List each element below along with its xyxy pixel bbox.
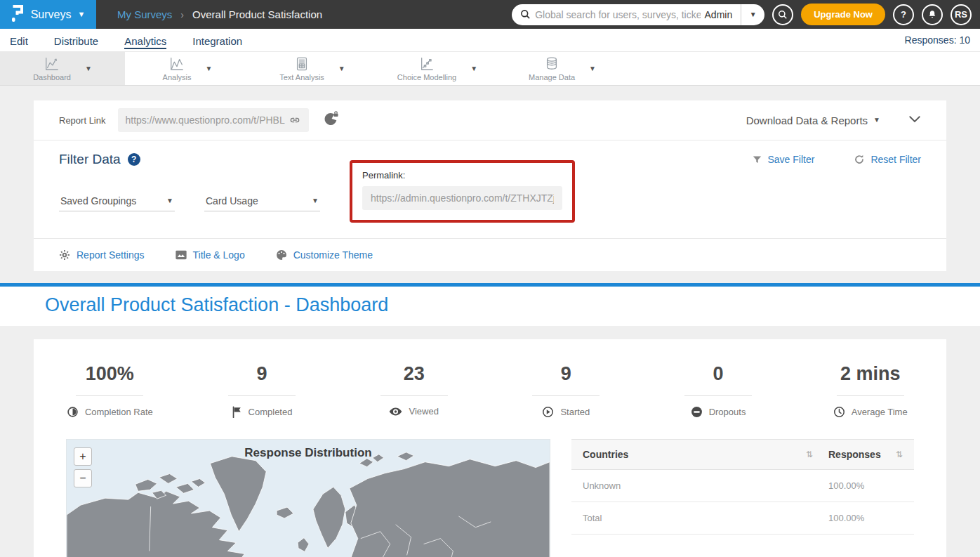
tab-edit[interactable]: Edit (10, 34, 28, 47)
dashboard-chart-icon (44, 56, 60, 72)
tab-analytics[interactable]: Analytics (124, 34, 166, 47)
analytics-toolbar: Dashboard ▼ Analysis ▼ Text Analysis ▼ C… (0, 52, 980, 86)
privacy-lock-icon[interactable] (323, 110, 340, 130)
table-row: Total 100.00% (571, 502, 914, 535)
stat-average-time: 2 mins Average Time (794, 363, 946, 418)
caret-down-icon: ▼ (750, 11, 757, 18)
countries-table: Countries ⇅ Responses ⇅ Unknown 100.00% … (571, 439, 914, 557)
stat-dropouts: 0 Dropouts (642, 363, 795, 418)
filter-section: Filter Data ? Save Filter Reset Filter (34, 140, 946, 239)
upgrade-now-button[interactable]: Upgrade Now (801, 4, 885, 25)
reset-filter-button[interactable]: Reset Filter (854, 154, 921, 165)
analysis-chart-icon (168, 56, 185, 72)
responses-cell: 100.00% (828, 513, 864, 523)
saved-groupings-select[interactable]: Saved Groupings ▼ (59, 191, 175, 211)
half-circle-icon (67, 406, 79, 418)
report-settings-link[interactable]: Report Settings (59, 249, 145, 261)
image-icon (176, 250, 187, 260)
toolbar-item-choice-modelling[interactable]: Choice Modelling ▼ (375, 52, 500, 85)
save-filter-button[interactable]: Save Filter (752, 154, 815, 165)
stat-viewed: 23 Viewed (338, 363, 490, 418)
sort-icon[interactable]: ⇅ (806, 450, 813, 459)
dashboard-card: 100% Completion Rate 9 Completed 23 (34, 339, 946, 557)
caret-down-icon: ▼ (312, 197, 319, 204)
toolbar-item-text-analysis[interactable]: Text Analysis ▼ (250, 52, 375, 85)
search-icon (778, 10, 788, 20)
topbar-actions: Admin ▼ Upgrade Now ? RS (512, 4, 980, 25)
map-zoom-out-button[interactable]: − (74, 469, 92, 487)
palette-icon (276, 249, 287, 261)
map-zoom-in-button[interactable]: + (74, 447, 92, 466)
top-bar: Surveys ▼ My Surveys › Overall Product S… (0, 0, 980, 29)
bell-icon (927, 9, 937, 20)
geo-row: Response Distribution + − Countries ⇅ Re… (66, 439, 914, 557)
play-circle-icon (542, 406, 554, 418)
breadcrumb-my-surveys[interactable]: My Surveys (117, 8, 172, 20)
responses-cell: 100.00% (828, 480, 864, 491)
map-zoom-controls: + − (74, 447, 92, 487)
link-icon[interactable] (288, 114, 302, 126)
caret-down-icon[interactable]: ▼ (470, 65, 477, 72)
title-band: Overall Product Satisfaction - Dashboard (0, 287, 980, 326)
responses-column-header[interactable]: Responses (828, 449, 881, 460)
sort-icon[interactable]: ⇅ (896, 450, 903, 459)
report-link-input[interactable] (125, 114, 288, 126)
global-search-input[interactable] (535, 9, 700, 20)
caret-down-icon: ▼ (77, 11, 85, 18)
search-icon (520, 9, 531, 20)
response-distribution-map[interactable]: Response Distribution + − (66, 439, 550, 557)
toolbar-item-analysis[interactable]: Analysis ▼ (125, 52, 250, 85)
funnel-icon (752, 155, 762, 165)
product-switcher[interactable]: Surveys ▼ (0, 0, 96, 29)
caret-down-icon: ▼ (166, 197, 173, 204)
collapse-chevron-icon[interactable] (908, 114, 921, 126)
permalink-input[interactable] (371, 192, 554, 204)
caret-down-icon[interactable]: ▼ (206, 65, 213, 72)
questionpro-logo-icon (11, 4, 25, 25)
caret-down-icon: ▼ (873, 117, 880, 124)
report-link-label: Report Link (59, 115, 105, 126)
country-cell: Total (583, 513, 602, 523)
global-search: Admin ▼ (512, 4, 764, 25)
minus-circle-icon (691, 406, 703, 418)
caret-down-icon[interactable]: ▼ (589, 65, 596, 72)
countries-column-header[interactable]: Countries (583, 449, 628, 460)
flag-icon (232, 406, 242, 418)
search-button[interactable] (772, 4, 793, 25)
report-link-row: Report Link Download Data & Reports ▼ (34, 100, 946, 140)
filter-help-icon[interactable]: ? (128, 153, 140, 166)
survey-nav: Edit Distribute Analytics Integration Re… (0, 29, 980, 52)
title-logo-link[interactable]: Title & Logo (176, 249, 245, 261)
permalink-field (362, 186, 562, 210)
notifications-button[interactable] (922, 4, 943, 25)
search-scope-dropdown[interactable]: ▼ (741, 4, 764, 25)
country-cell: Unknown (583, 480, 621, 491)
countries-table-header: Countries ⇅ Responses ⇅ (571, 439, 914, 470)
text-analysis-icon (293, 56, 310, 72)
permalink-highlight-box: Permalink: (350, 160, 575, 223)
breadcrumb-current: Overall Product Satisfaction (192, 8, 322, 20)
report-controls-card: Report Link Download Data & Reports ▼ Fi… (34, 100, 946, 271)
report-settings-row: Report Settings Title & Logo Customize T… (34, 239, 946, 271)
tab-integration[interactable]: Integration (192, 34, 242, 47)
help-button[interactable]: ? (893, 4, 914, 25)
caret-down-icon[interactable]: ▼ (338, 65, 345, 72)
stats-row: 100% Completion Rate 9 Completed 23 (34, 363, 946, 418)
map-title: Response Distribution (67, 440, 550, 460)
search-scope-label: Admin (701, 9, 741, 20)
customize-theme-link[interactable]: Customize Theme (276, 249, 373, 261)
breadcrumb-separator-icon: › (180, 9, 184, 20)
permalink-label: Permalink: (362, 170, 562, 181)
user-avatar[interactable]: RS (951, 4, 972, 25)
download-data-reports-dropdown[interactable]: Download Data & Reports ▼ (746, 114, 880, 126)
database-icon (543, 56, 560, 72)
caret-down-icon[interactable]: ▼ (85, 65, 92, 72)
toolbar-item-manage-data[interactable]: Manage Data ▼ (500, 52, 625, 85)
responses-count: Responses: 10 (905, 34, 970, 46)
toolbar-item-dashboard[interactable]: Dashboard ▼ (0, 52, 125, 85)
card-usage-select[interactable]: Card Usage ▼ (204, 191, 320, 211)
report-link-field (118, 108, 309, 132)
tab-distribute[interactable]: Distribute (54, 34, 98, 47)
filter-data-title: Filter Data (59, 152, 121, 167)
eye-icon (389, 407, 402, 417)
